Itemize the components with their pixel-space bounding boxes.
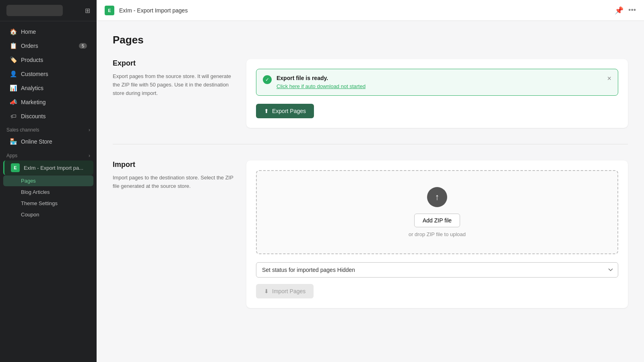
sidebar-item-online-store[interactable]: 🏪 Online Store (3, 135, 93, 148)
chevron-icon: › (89, 127, 90, 133)
orders-icon: 📋 (10, 42, 17, 49)
analytics-icon: 📊 (10, 84, 17, 92)
main-area: E ExIm - Export Import pages 📌 ••• Pages… (97, 0, 644, 362)
export-heading: Export (113, 59, 233, 68)
import-arrow-icon: ⬇ (264, 288, 269, 294)
sidebar-item-orders[interactable]: 📋 Orders 5 (3, 39, 93, 53)
sidebar-item-label: Online Store (21, 138, 52, 145)
add-zip-button[interactable]: Add ZIP file (414, 214, 460, 227)
export-description: Export pages from the source store. It w… (113, 72, 233, 97)
import-section: Import Import pages to the destination s… (113, 160, 628, 324)
sidebar-item-label: Customers (21, 71, 48, 77)
success-check-icon: ✓ (263, 75, 272, 84)
sales-channels-label: Sales channels › (0, 123, 97, 134)
close-banner-button[interactable]: × (607, 75, 611, 82)
sidebar-item-label: Discounts (21, 113, 45, 119)
sub-item-pages[interactable]: Pages (3, 175, 93, 186)
customers-icon: 👤 (10, 70, 17, 78)
upload-dropzone[interactable]: ↑ Add ZIP file or drop ZIP file to uploa… (256, 170, 618, 254)
topbar-app-icon: E (105, 6, 114, 15)
sidebar-item-label: Marketing (21, 99, 45, 105)
marketing-icon: 📣 (10, 99, 17, 106)
export-pages-button[interactable]: ⬆ Export Pages (256, 104, 314, 118)
import-heading: Import (113, 160, 233, 169)
auto-download-link[interactable]: Click here if auto download not started (277, 83, 365, 89)
sub-item-theme-settings[interactable]: Theme Settings (3, 198, 93, 209)
export-right: ✓ Export file is ready. Click here if au… (246, 59, 628, 128)
sidebar-item-exim-app[interactable]: E ExIm - Export Import pa... (3, 160, 93, 175)
sidebar-item-analytics[interactable]: 📊 Analytics (3, 81, 93, 95)
sidebar-item-products[interactable]: 🏷️ Products (3, 53, 93, 67)
sidebar: ⊞ 🏠 Home 📋 Orders 5 🏷️ Products 👤 Custom… (0, 0, 97, 362)
success-title: Export file is ready. (277, 75, 602, 81)
pin-icon[interactable]: 📌 (615, 6, 623, 15)
status-select[interactable]: Set status for imported pages Hidden Set… (256, 262, 618, 278)
sidebar-item-discounts[interactable]: 🏷 Discounts (3, 109, 93, 123)
store-name-bar (6, 5, 63, 16)
success-text: Export file is ready. Click here if auto… (277, 75, 602, 90)
store-icon: 🏪 (10, 138, 17, 145)
app-icon: E (11, 163, 20, 172)
upload-hint: or drop ZIP file to upload (265, 231, 609, 237)
sidebar-header: ⊞ (0, 0, 97, 21)
topbar: E ExIm - Export Import pages 📌 ••• (97, 0, 644, 21)
sidebar-item-home[interactable]: 🏠 Home (3, 25, 93, 39)
more-icon[interactable]: ••• (628, 6, 636, 14)
upload-arrow-icon: ↑ (427, 187, 447, 207)
apps-section-label: Apps › (0, 149, 97, 160)
sidebar-item-label: Analytics (21, 85, 43, 91)
sidebar-nav: 🏠 Home 📋 Orders 5 🏷️ Products 👤 Customer… (0, 21, 97, 362)
app-label: ExIm - Export Import pa... (24, 165, 83, 171)
chevron-icon: › (89, 153, 90, 158)
orders-badge: 5 (79, 43, 87, 49)
import-left: Import Import pages to the destination s… (113, 160, 233, 308)
sub-item-blog-articles[interactable]: Blog Articles (3, 187, 93, 197)
page-title: Pages (113, 34, 628, 46)
products-icon: 🏷️ (10, 56, 17, 64)
import-description: Import pages to the destination store. S… (113, 174, 233, 191)
export-arrow-icon: ⬆ (264, 108, 269, 114)
sidebar-item-label: Home (21, 29, 36, 35)
sidebar-item-customers[interactable]: 👤 Customers (3, 67, 93, 81)
import-pages-button[interactable]: ⬇ Import Pages (256, 284, 314, 298)
content-area: Pages Export Export pages from the sourc… (97, 21, 644, 362)
topbar-title: ExIm - Export Import pages (119, 7, 188, 14)
export-success-banner: ✓ Export file is ready. Click here if au… (256, 69, 618, 96)
export-left: Export Export pages from the source stor… (113, 59, 233, 128)
import-right: ↑ Add ZIP file or drop ZIP file to uploa… (246, 160, 628, 308)
home-icon: 🏠 (10, 28, 17, 35)
sub-item-coupon[interactable]: Coupon (3, 209, 93, 220)
export-section: Export Export pages from the source stor… (113, 59, 628, 144)
sidebar-item-marketing[interactable]: 📣 Marketing (3, 95, 93, 109)
sidebar-item-label: Orders (21, 43, 38, 49)
topbar-actions: 📌 ••• (615, 6, 636, 15)
grid-icon[interactable]: ⊞ (85, 7, 90, 14)
discounts-icon: 🏷 (10, 113, 17, 119)
sidebar-item-label: Products (21, 57, 43, 63)
